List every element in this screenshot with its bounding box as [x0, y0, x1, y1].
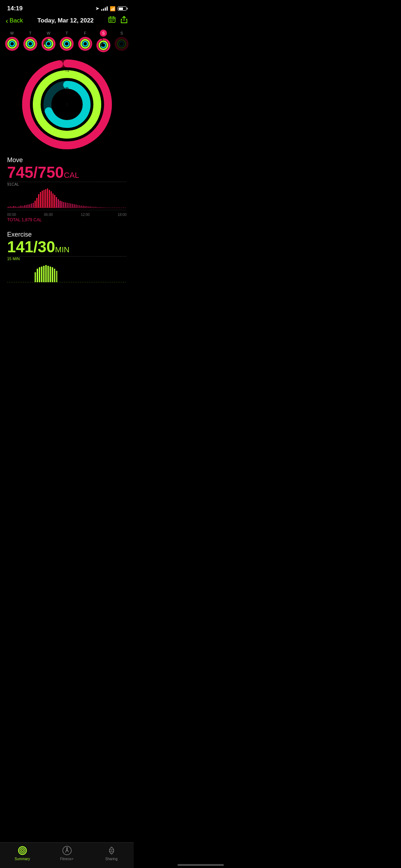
day-col-wed[interactable]: W [41, 31, 56, 51]
svg-rect-60 [11, 207, 12, 208]
mini-ring-wed [41, 37, 56, 51]
svg-rect-103 [88, 206, 89, 208]
svg-rect-63 [17, 207, 18, 208]
location-icon: ➤ [96, 6, 99, 11]
day-col-tue[interactable]: T [22, 31, 38, 51]
move-label: Move [7, 156, 127, 164]
svg-point-32 [65, 42, 69, 46]
mini-ring-tue [23, 37, 37, 51]
svg-text:→: → [64, 67, 70, 74]
svg-rect-64 [19, 206, 20, 208]
day-label-fri: F [84, 31, 86, 35]
exercise-chart: 15 MIN [0, 256, 134, 286]
svg-rect-107 [95, 207, 96, 208]
svg-rect-61 [13, 206, 14, 208]
share-icon[interactable] [120, 16, 128, 25]
svg-rect-81 [49, 190, 50, 208]
svg-rect-100 [83, 206, 84, 208]
exercise-chart-top-label: 15 MIN [7, 257, 127, 261]
svg-rect-80 [47, 188, 48, 208]
svg-rect-83 [52, 193, 53, 208]
status-icons: ➤ 📶 [96, 6, 127, 11]
svg-rect-72 [33, 203, 34, 208]
time-label-1800: 18:00 [118, 213, 127, 217]
svg-rect-92 [68, 203, 70, 208]
svg-rect-62 [15, 206, 16, 208]
mini-ring-mon [5, 37, 19, 51]
mini-ring-sat [96, 38, 110, 52]
svg-rect-71 [31, 203, 32, 208]
svg-text:↑: ↑ [66, 102, 68, 108]
exercise-stats-section: Exercise 141/30MIN [0, 228, 134, 255]
move-stats-section: Move 745/750CAL [0, 154, 134, 180]
svg-rect-65 [20, 206, 21, 208]
svg-rect-67 [24, 205, 25, 208]
svg-rect-68 [26, 205, 27, 208]
day-label-sat: S [100, 30, 107, 37]
svg-rect-121 [50, 267, 51, 282]
svg-rect-59 [10, 206, 11, 208]
move-chart-top-label: 91CAL [7, 182, 127, 186]
svg-rect-104 [90, 206, 91, 208]
day-col-thu[interactable]: T [59, 31, 74, 51]
svg-rect-85 [56, 197, 57, 208]
svg-rect-66 [22, 206, 23, 208]
time-label-1200: 12:00 [81, 213, 90, 217]
back-button[interactable]: ‹ Back [6, 17, 23, 24]
day-col-sat[interactable]: S [96, 30, 111, 52]
svg-rect-89 [63, 202, 64, 208]
day-col-mon[interactable]: M [4, 31, 20, 51]
svg-point-26 [46, 42, 51, 46]
svg-rect-86 [58, 199, 59, 208]
move-chart-svg [7, 187, 127, 208]
mini-ring-thu [60, 37, 74, 51]
day-label-thu: T [66, 31, 68, 35]
exercise-slash: / [33, 238, 37, 255]
day-col-fri[interactable]: F [77, 31, 93, 51]
svg-rect-8 [112, 21, 113, 22]
svg-rect-93 [70, 203, 71, 208]
svg-rect-6 [113, 20, 114, 20]
move-chart-area [7, 187, 127, 212]
svg-rect-120 [47, 266, 49, 282]
svg-rect-94 [72, 204, 73, 208]
svg-point-20 [28, 42, 32, 46]
day-label-sun: S [120, 31, 123, 35]
exercise-goal: 30 [38, 238, 55, 255]
svg-rect-116 [39, 267, 40, 282]
svg-point-47 [119, 42, 124, 46]
day-col-sun[interactable]: S [114, 31, 129, 51]
svg-rect-73 [35, 201, 36, 208]
svg-rect-97 [77, 205, 78, 208]
wifi-icon: 📶 [110, 6, 115, 11]
svg-rect-122 [52, 267, 53, 282]
back-label: Back [10, 17, 23, 24]
calendar-icon[interactable] [108, 16, 116, 25]
svg-rect-110 [101, 207, 102, 208]
svg-rect-101 [84, 206, 86, 208]
svg-rect-91 [67, 203, 68, 208]
day-label-wed: W [47, 31, 50, 35]
svg-rect-123 [54, 269, 55, 282]
exercise-label: Exercise [7, 231, 127, 238]
status-time: 14:19 [7, 5, 22, 12]
move-unit: CAL [64, 171, 79, 180]
move-goal: 750 [38, 164, 64, 181]
svg-rect-58 [8, 207, 9, 208]
svg-rect-90 [65, 202, 66, 208]
move-chart-total: TOTAL 1,879 CAL [7, 217, 127, 222]
svg-rect-74 [36, 198, 37, 208]
exercise-current: 141 [7, 238, 33, 255]
svg-rect-119 [45, 265, 47, 282]
svg-rect-88 [61, 201, 62, 208]
move-chart: 91CAL [0, 182, 134, 222]
svg-rect-95 [74, 204, 75, 208]
svg-rect-7 [110, 21, 111, 22]
svg-rect-5 [112, 20, 113, 20]
time-label-0600: 06:00 [44, 213, 53, 217]
move-current: 745 [7, 164, 33, 181]
svg-text:»: » [65, 84, 68, 92]
svg-rect-96 [76, 205, 77, 208]
svg-rect-4 [110, 20, 111, 20]
battery-indicator [118, 6, 127, 11]
